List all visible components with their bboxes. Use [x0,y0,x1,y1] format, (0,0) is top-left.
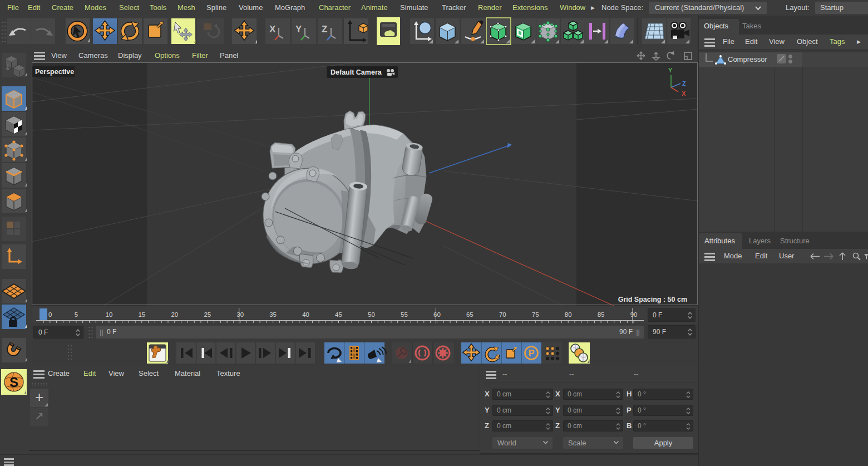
svg-text:65: 65 [466,311,474,318]
svg-text:50: 50 [368,311,375,318]
svg-text:85: 85 [598,311,605,318]
svg-text:10: 10 [106,311,113,318]
svg-text:S: S [9,375,18,390]
svg-text:Y: Y [295,24,302,35]
svg-text:45: 45 [335,311,342,318]
svg-text:X: X [269,24,276,35]
svg-text:Perspective: Perspective [35,68,74,76]
svg-text:25: 25 [204,311,211,318]
svg-text:70: 70 [499,311,506,318]
svg-text:0: 0 [48,311,52,318]
svg-text:90: 90 [630,311,638,318]
svg-text:55: 55 [401,311,408,318]
svg-text:Z: Z [322,24,327,35]
svg-text:Grid Spacing : 50 cm: Grid Spacing : 50 cm [618,296,687,303]
svg-text:20: 20 [171,311,178,318]
svg-text:Z: Z [682,80,686,87]
svg-text:15: 15 [138,311,145,318]
svg-text:Default Camera: Default Camera [331,68,382,76]
svg-text:40: 40 [302,311,309,318]
svg-text:80: 80 [565,311,572,318]
svg-text:30: 30 [236,311,244,318]
svg-text:5: 5 [75,311,78,318]
svg-text:X: X [682,90,686,97]
svg-text:P: P [529,349,535,358]
svg-text:35: 35 [269,311,277,318]
svg-text:Y: Y [668,67,673,73]
svg-text:75: 75 [532,311,539,318]
svg-text:60: 60 [433,311,441,318]
